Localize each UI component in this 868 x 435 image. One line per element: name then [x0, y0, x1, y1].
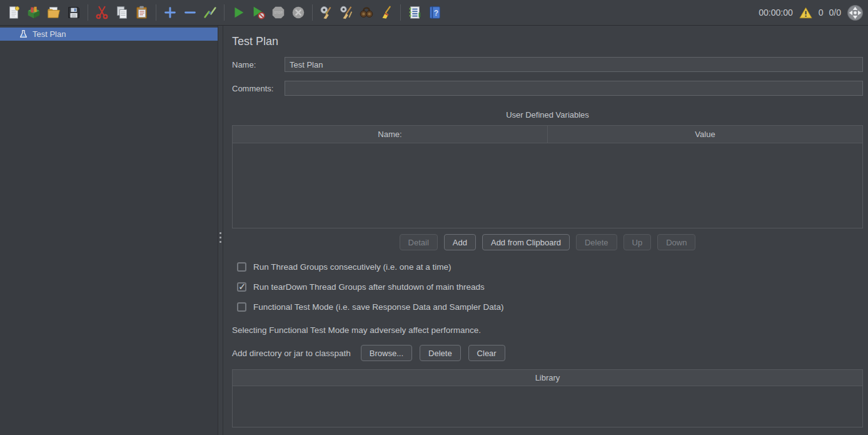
- toolbar-separator: [88, 4, 88, 21]
- jmeter-window: STOP? 00:00:00 0 0/0 Test Plan Test Plan…: [0, 0, 868, 435]
- open-file-icon[interactable]: [45, 4, 63, 21]
- delete-classpath-button[interactable]: Delete: [420, 345, 461, 361]
- toolbar-separator: [156, 4, 156, 21]
- functional-mode-note: Selecting Functional Test Mode may adver…: [232, 325, 863, 335]
- checkbox-label: Run Thread Groups consecutively (i.e. on…: [253, 262, 451, 272]
- search-icon[interactable]: [358, 4, 375, 21]
- toolbar-status: 00:00:00 0 0/0: [759, 4, 864, 21]
- toolbar-icon-group: STOP?: [4, 0, 445, 25]
- add-button[interactable]: Add: [444, 234, 476, 250]
- test-status-indicator-icon: [847, 4, 864, 21]
- user-defined-variables-title: User Defined Variables: [232, 110, 863, 120]
- library-column-header[interactable]: Library: [233, 370, 862, 386]
- comments-input[interactable]: [285, 81, 863, 96]
- option-run-teardown[interactable]: Run tearDown Thread Groups after shutdow…: [237, 282, 863, 292]
- toolbar-separator: [400, 4, 401, 21]
- detail-button: Detail: [400, 234, 438, 250]
- tree-main-splitter[interactable]: [218, 26, 223, 435]
- run-consecutively-checkbox[interactable]: [237, 262, 246, 272]
- toolbar-separator: [224, 4, 225, 21]
- clear-all-icon[interactable]: [338, 4, 355, 21]
- column-header-value[interactable]: Value: [547, 126, 862, 143]
- comments-label: Comments:: [232, 84, 285, 93]
- splitter-grip-icon: [220, 232, 221, 234]
- stop-icon: STOP: [270, 4, 287, 21]
- library-table-body: [233, 386, 862, 427]
- delete-variable-button: Delete: [576, 234, 617, 250]
- paste-icon[interactable]: [133, 4, 151, 21]
- option-functional-test-mode[interactable]: Functional Test Mode (i.e. save Response…: [237, 302, 863, 312]
- run-options: Run Thread Groups consecutively (i.e. on…: [237, 262, 863, 312]
- save-icon[interactable]: [65, 4, 83, 21]
- shutdown-icon: [290, 4, 307, 21]
- clear-classpath-button[interactable]: Clear: [468, 345, 505, 361]
- expand-all-icon[interactable]: [161, 4, 179, 21]
- page-title: Test Plan: [232, 34, 863, 48]
- tree-item-label: Test Plan: [33, 29, 66, 39]
- templates-icon[interactable]: [25, 4, 43, 21]
- toolbar: STOP? 00:00:00 0 0/0: [0, 0, 868, 26]
- elapsed-time: 00:00:00: [759, 8, 793, 18]
- svg-text:STOP: STOP: [274, 11, 283, 14]
- library-table: Library: [232, 369, 863, 427]
- toggle-icon[interactable]: [201, 4, 219, 21]
- log-error-count: 0: [819, 8, 824, 18]
- test-tree-panel: Test Plan: [0, 26, 218, 435]
- up-button: Up: [623, 234, 652, 250]
- start-no-pauses-icon[interactable]: [250, 4, 267, 21]
- help-icon[interactable]: ?: [426, 4, 443, 21]
- variables-table-header: Name: Value: [233, 126, 862, 143]
- option-run-consecutively[interactable]: Run Thread Groups consecutively (i.e. on…: [237, 262, 863, 272]
- collapse-all-icon[interactable]: [181, 4, 199, 21]
- cut-icon[interactable]: [93, 4, 111, 21]
- function-helper-icon[interactable]: [406, 4, 423, 21]
- clear-icon[interactable]: [318, 4, 335, 21]
- start-icon[interactable]: [230, 4, 247, 21]
- test-plan-flask-icon: [19, 29, 28, 39]
- down-button: Down: [657, 234, 695, 250]
- svg-text:?: ?: [434, 9, 438, 18]
- active-threads-count: 0/0: [829, 8, 841, 18]
- tree-item-test-plan[interactable]: Test Plan: [0, 28, 218, 41]
- name-label: Name:: [232, 60, 285, 69]
- add-from-clipboard-button[interactable]: Add from Clipboard: [482, 234, 570, 250]
- copy-icon[interactable]: [113, 4, 131, 21]
- name-input[interactable]: [285, 57, 863, 72]
- variables-button-row: Detail Add Add from Clipboard Delete Up …: [232, 234, 863, 250]
- warning-icon[interactable]: [799, 6, 813, 19]
- browse-button[interactable]: Browse...: [361, 345, 412, 361]
- checkbox-label: Functional Test Mode (i.e. save Response…: [253, 302, 503, 312]
- checkbox-label: Run tearDown Thread Groups after shutdow…: [253, 282, 485, 292]
- classpath-label: Add directory or jar to classpath: [232, 349, 351, 358]
- variables-table-body: [233, 143, 862, 228]
- user-defined-variables-table: Name: Value: [232, 125, 863, 228]
- classpath-row: Add directory or jar to classpath Browse…: [232, 345, 863, 361]
- search-reset-icon[interactable]: [378, 4, 395, 21]
- test-plan-config-panel: Test Plan Name: Comments: User Defined V…: [223, 26, 868, 435]
- column-header-name[interactable]: Name:: [233, 126, 547, 143]
- toolbar-separator: [312, 4, 313, 21]
- run-teardown-checkbox[interactable]: [237, 282, 246, 292]
- new-file-icon[interactable]: [5, 4, 23, 21]
- functional-test-mode-checkbox[interactable]: [237, 302, 246, 312]
